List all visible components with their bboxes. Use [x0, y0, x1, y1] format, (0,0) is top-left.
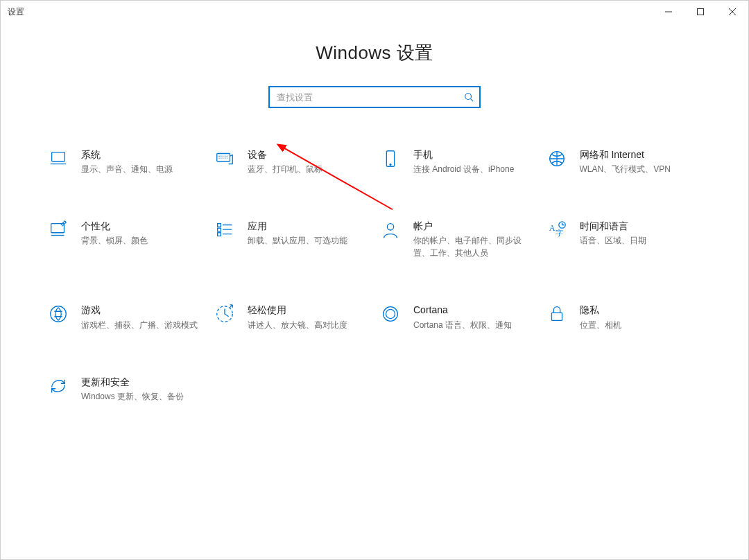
tile-title: 网络和 Internet [580, 148, 671, 161]
settings-window: 设置 Windows 设置 [0, 0, 749, 560]
lock-icon [545, 304, 569, 327]
tile-desc: 位置、相机 [580, 319, 621, 331]
close-button[interactable] [716, 1, 748, 23]
tile-desc: Cortana 语言、权限、通知 [413, 319, 512, 331]
svg-point-11 [387, 224, 393, 230]
svg-text:A: A [549, 223, 555, 233]
tile-desc: 游戏栏、捕获、广播、游戏模式 [81, 319, 198, 331]
svg-text:字: 字 [556, 229, 563, 237]
window-controls [653, 1, 748, 23]
svg-rect-10 [217, 233, 221, 236]
svg-rect-19 [551, 313, 562, 321]
tile-desc: 讲述人、放大镜、高对比度 [248, 319, 347, 331]
svg-rect-0 [698, 9, 704, 15]
close-icon [729, 8, 736, 15]
globe-icon [545, 148, 569, 172]
tile-title: 游戏 [81, 304, 198, 316]
tile-desc: 语音、区域、日期 [580, 234, 646, 247]
tile-apps[interactable]: 应用 卸载、默认应用、可选功能 [212, 218, 372, 261]
update-icon [46, 376, 70, 399]
svg-rect-2 [52, 152, 65, 161]
phone-icon [379, 148, 402, 172]
tile-title: 个性化 [81, 220, 148, 232]
tile-title: 时间和语言 [580, 220, 646, 232]
svg-point-15 [51, 306, 67, 322]
page-title: Windows 设置 [1, 41, 748, 65]
tile-personalize[interactable]: 个性化 背景、锁屏、颜色 [45, 218, 206, 261]
tile-ease[interactable]: 轻松使用 讲述人、放大镜、高对比度 [212, 302, 372, 332]
tile-cortana[interactable]: Cortana Cortana 语言、权限、通知 [377, 302, 538, 332]
tile-accounts[interactable]: 帐户 你的帐户、电子邮件、同步设置、工作、其他人员 [377, 218, 538, 261]
minimize-button[interactable] [653, 1, 685, 23]
svg-rect-3 [216, 154, 230, 161]
svg-rect-9 [217, 228, 221, 231]
tile-privacy[interactable]: 隐私 位置、相机 [544, 302, 705, 332]
apps-list-icon [213, 220, 236, 243]
tile-title: 更新和安全 [81, 376, 184, 388]
keyboard-icon [213, 148, 236, 172]
svg-rect-8 [217, 224, 221, 227]
tile-time[interactable]: A字 时间和语言 语音、区域、日期 [544, 218, 705, 261]
settings-grid: 系统 显示、声音、通知、电源 设备 蓝牙、打印机、鼠标 手机 连接 Androi… [45, 147, 704, 404]
tile-desc: 连接 Android 设备、iPhone [413, 163, 514, 175]
tile-desc: Windows 更新、恢复、备份 [81, 390, 184, 403]
tile-desc: 你的帐户、电子邮件、同步设置、工作、其他人员 [413, 234, 537, 259]
gaming-icon [46, 304, 70, 327]
maximize-button[interactable] [685, 1, 716, 23]
tile-title: 设备 [248, 148, 322, 161]
tile-desc: 蓝牙、打印机、鼠标 [248, 163, 322, 175]
svg-point-5 [390, 164, 391, 166]
search-input[interactable] [275, 91, 464, 103]
tile-network[interactable]: 网络和 Internet WLAN、飞行模式、VPN [544, 147, 705, 177]
search-icon [464, 92, 474, 102]
svg-rect-7 [51, 224, 64, 233]
tile-desc: 卸载、默认应用、可选功能 [248, 234, 347, 247]
brush-icon [46, 220, 70, 243]
tile-phone[interactable]: 手机 连接 Android 设备、iPhone [377, 147, 538, 177]
cortana-icon [379, 304, 402, 327]
tile-title: 隐私 [580, 304, 621, 316]
time-language-icon: A字 [545, 220, 569, 243]
search-wrap [1, 86, 748, 108]
tile-gaming[interactable]: 游戏 游戏栏、捕获、广播、游戏模式 [45, 302, 206, 332]
tile-devices[interactable]: 设备 蓝牙、打印机、鼠标 [212, 147, 372, 177]
tile-desc: 背景、锁屏、颜色 [81, 234, 148, 247]
svg-point-1 [465, 94, 472, 100]
tile-desc: WLAN、飞行模式、VPN [580, 163, 671, 175]
minimize-icon [665, 8, 672, 15]
tile-update[interactable]: 更新和安全 Windows 更新、恢复、备份 [45, 374, 206, 404]
tile-title: Cortana [413, 304, 512, 316]
tile-system[interactable]: 系统 显示、声音、通知、电源 [45, 147, 206, 177]
laptop-icon [46, 148, 70, 172]
maximize-icon [697, 8, 704, 15]
titlebar: 设置 [1, 1, 748, 23]
person-icon [379, 220, 402, 243]
search-box[interactable] [268, 86, 481, 108]
window-title: 设置 [1, 6, 24, 18]
tile-title: 轻松使用 [248, 304, 347, 316]
ease-of-access-icon [213, 304, 236, 327]
tile-desc: 显示、声音、通知、电源 [81, 163, 173, 175]
tile-title: 帐户 [413, 220, 537, 232]
tile-title: 系统 [81, 148, 173, 161]
tile-title: 应用 [248, 220, 347, 232]
tile-title: 手机 [413, 148, 514, 161]
svg-point-18 [386, 310, 395, 319]
